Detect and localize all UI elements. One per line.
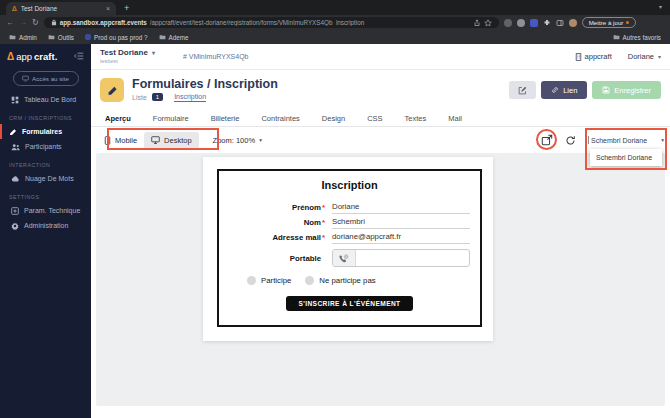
user-menu[interactable]: Doriane ▾ (628, 52, 661, 61)
profile-avatar[interactable] (569, 19, 577, 27)
preview-content: Inscription Prénom * Doriane Nom * Schem… (91, 153, 670, 418)
url-domain: app.sandbox.appcraft.events (60, 19, 147, 26)
share-page-icon[interactable] (473, 19, 481, 27)
tab-css[interactable]: CSS (356, 114, 393, 123)
site-access-button[interactable]: Accès au site (13, 71, 79, 86)
url-path: /appcraft/event/test-doriane/registratio… (150, 19, 470, 26)
field-input[interactable]: Doriane (332, 202, 470, 214)
event-switcher[interactable]: Test Doriane ▾ testtest (100, 49, 155, 64)
chevron-down-icon: ▾ (152, 50, 155, 57)
sidebar-item-param-technique[interactable]: Param. Technique (0, 203, 91, 218)
radio-ne-participe-pas[interactable]: Ne participe pas (305, 276, 375, 285)
update-browser-button[interactable]: Mettre à jour (582, 17, 637, 28)
phone-globe-icon (339, 254, 349, 263)
tab-apercu[interactable]: Aperçu (94, 114, 142, 123)
bookmark-label: Admin (19, 34, 37, 41)
extension-icon-3[interactable] (530, 19, 538, 27)
submit-registration-button[interactable]: S'INSCRIRE À L'ÉVÉNEMENT (286, 296, 412, 311)
new-tab-button[interactable]: + (124, 2, 129, 15)
extension-icon-1[interactable] (504, 19, 512, 27)
phone-input[interactable] (332, 249, 470, 267)
pencil-icon (9, 128, 17, 136)
subtab-inscription[interactable]: Inscription (174, 93, 206, 102)
org-switcher[interactable]: appcraft (575, 52, 612, 61)
open-external-icon[interactable] (541, 134, 553, 146)
tab-design[interactable]: Design (311, 114, 356, 123)
bookmark-ademe[interactable]: Ademe (159, 34, 189, 41)
tab-billeterie[interactable]: Billeterie (200, 114, 251, 123)
folder-icon (9, 34, 16, 40)
side-panel-icon[interactable] (556, 19, 564, 27)
field-input[interactable]: Schembri (332, 217, 470, 229)
field-input[interactable]: doriane@appcraft.fr (332, 232, 470, 244)
tab-close-icon[interactable]: × (106, 5, 110, 12)
appcraft-app: Δ appcraft. Accès au site Tableau De Bor… (0, 44, 670, 418)
bookmark-outils[interactable]: Outils (48, 34, 74, 41)
form-field-prenom: Prénom * Doriane (219, 200, 480, 215)
sidebar-item-participants[interactable]: Participants (0, 139, 91, 154)
viewer-select[interactable]: Schembri Doriane ▾ (588, 136, 664, 144)
viewer-option[interactable]: Schembri Doriane (596, 154, 652, 161)
radio-label: Ne participe pas (319, 276, 375, 285)
lien-button[interactable]: Lien (541, 81, 587, 99)
required-asterisk: * (322, 233, 327, 242)
tab-formulaire[interactable]: Formulaire (142, 114, 200, 123)
tab-mail[interactable]: Mail (437, 114, 473, 123)
back-icon[interactable]: ← (6, 19, 14, 27)
appcraft-favicon-icon: Δ (12, 5, 17, 12)
main-panel: Test Doriane ▾ testtest # VMinImuRYXS4Qb… (91, 44, 670, 418)
browser-tab[interactable]: Δ Test Doriane × (6, 2, 116, 15)
refresh-icon[interactable] (565, 135, 576, 146)
appcraft-logo: Δ appcraft. (0, 44, 91, 68)
phone-country-selector[interactable] (333, 250, 356, 266)
people-icon (11, 143, 20, 151)
zoom-control[interactable]: Zoom: 100% ▾ (213, 136, 262, 145)
address-bar[interactable]: app.sandbox.appcraft.events /appcraft/ev… (44, 17, 499, 28)
lock-icon (51, 19, 57, 26)
bookmark-star-icon[interactable] (484, 19, 492, 27)
bookmark-admin[interactable]: Admin (9, 34, 37, 41)
folder-icon (613, 34, 620, 40)
field-label: Portable (219, 254, 321, 263)
user-name: Doriane (628, 52, 654, 61)
form-tabs: Aperçu Formulaire Billeterie Contraintes… (91, 110, 670, 127)
reload-icon[interactable]: ↻ (32, 19, 39, 27)
tab-search-caret-icon[interactable]: ▾ (659, 3, 662, 10)
desktop-view-button[interactable]: Desktop (144, 132, 199, 149)
form-field-adresse-mail: Adresse mail * doriane@appcraft.fr (219, 230, 480, 245)
other-bookmarks[interactable]: Autres favoris (613, 34, 662, 41)
viewer-dropdown-menu: Schembri Doriane (590, 149, 662, 166)
sidebar-item-administration[interactable]: Administration (0, 218, 91, 233)
page-header: Formulaires / Inscription Liste 1 Inscri… (91, 70, 670, 110)
preview-toolbar: Mobile Desktop Zoom: 100% ▾ Schembri Dor… (91, 127, 670, 153)
form-reference: # VMinImuRYXS4Qb (183, 53, 249, 60)
site-access-label: Accès au site (32, 75, 69, 82)
bookmark-favicon-icon (85, 34, 91, 40)
sidebar-item-formulaires[interactable]: Formulaires (0, 124, 91, 139)
enregistrer-button[interactable]: Enregistrer (592, 81, 661, 99)
browser-chrome: Δ Test Doriane × + ▾ ← → ↻ app.sandbox.a… (0, 0, 670, 44)
sidebar-collapse-icon[interactable] (74, 52, 84, 60)
bookmark-label: Ademe (169, 34, 189, 41)
extension-icon-2[interactable] (517, 19, 525, 27)
page-title: Formulaires / Inscription (132, 78, 278, 91)
tab-contraintes[interactable]: Contraintes (250, 114, 310, 123)
chevron-down-icon: ▾ (661, 137, 664, 143)
sidebar-item-nuage-de-mots[interactable]: Nuage De Mots (0, 171, 91, 186)
mobile-view-button[interactable]: Mobile (97, 132, 144, 149)
gear-icon (11, 222, 19, 230)
form-preview-card: Inscription Prénom * Doriane Nom * Schem… (203, 157, 493, 341)
field-label: Nom (219, 218, 321, 227)
radio-participe[interactable]: Participe (247, 276, 291, 285)
forward-icon[interactable]: → (19, 19, 27, 27)
subtab-liste[interactable]: Liste (132, 94, 147, 101)
field-label: Adresse mail (219, 233, 321, 242)
app-top-bar: Test Doriane ▾ testtest # VMinImuRYXS4Qb… (91, 44, 670, 70)
sidebar-item-dashboard[interactable]: Tableau De Bord (0, 92, 91, 107)
extensions-puzzle-icon[interactable] (543, 19, 551, 27)
edit-button[interactable] (509, 81, 536, 99)
bookmark-prod-ou-pas-prod[interactable]: Prod ou pas prod ? (85, 34, 148, 41)
radio-icon (247, 276, 256, 285)
tab-textes[interactable]: Textes (394, 114, 438, 123)
sidebar-item-label: Nuage De Mots (25, 175, 74, 182)
